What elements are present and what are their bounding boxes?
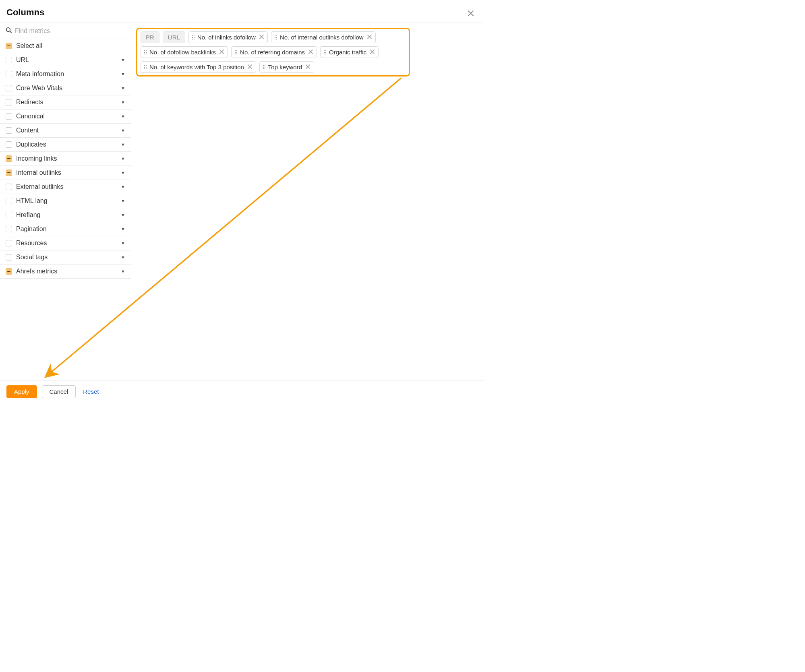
metric-label: Canonical	[16, 113, 117, 120]
chevron-down-icon[interactable]: ▼	[121, 72, 125, 77]
checkbox-unchecked-icon[interactable]	[6, 226, 12, 232]
columns-modal: Columns Select allURL▼Meta information▼C…	[0, 0, 483, 403]
drag-handle-icon[interactable]	[324, 50, 326, 54]
remove-chip-icon[interactable]	[369, 50, 375, 55]
chevron-down-icon[interactable]: ▼	[121, 227, 125, 232]
checkbox-unchecked-icon[interactable]	[6, 127, 12, 134]
metric-row[interactable]: Content▼	[0, 124, 131, 138]
metric-row[interactable]: Incoming links▼	[0, 152, 131, 166]
column-chip[interactable]: No. of dofollow backlinks	[141, 46, 228, 58]
metric-label: Social tags	[16, 254, 117, 261]
remove-chip-icon[interactable]	[305, 64, 310, 70]
chevron-down-icon[interactable]: ▼	[121, 114, 125, 119]
apply-button[interactable]: Apply	[6, 385, 37, 399]
metric-row[interactable]: Redirects▼	[0, 95, 131, 110]
remove-chip-icon[interactable]	[259, 35, 264, 40]
metric-row[interactable]: Pagination▼	[0, 222, 131, 236]
modal-title: Columns	[6, 7, 476, 18]
metric-row[interactable]: External outlinks▼	[0, 180, 131, 194]
search-input[interactable]	[15, 27, 125, 35]
chevron-down-icon[interactable]: ▼	[121, 241, 125, 246]
chevron-down-icon[interactable]: ▼	[121, 255, 125, 260]
drag-handle-icon[interactable]	[144, 65, 147, 69]
metric-label: Content	[16, 127, 117, 134]
checkbox-unchecked-icon[interactable]	[6, 113, 12, 120]
checkbox-partial-icon[interactable]	[6, 155, 12, 162]
chevron-down-icon[interactable]: ▼	[121, 58, 125, 62]
metric-label: Internal outlinks	[16, 169, 117, 176]
metric-row[interactable]: HTML lang▼	[0, 194, 131, 208]
column-chip[interactable]: No. of keywords with Top 3 position	[141, 61, 256, 73]
drag-handle-icon[interactable]	[263, 65, 265, 69]
metric-row[interactable]: Internal outlinks▼	[0, 166, 131, 180]
metric-row[interactable]: URL▼	[0, 53, 131, 67]
metric-row[interactable]: Resources▼	[0, 236, 131, 250]
chevron-down-icon[interactable]: ▼	[121, 269, 125, 274]
metric-row[interactable]: Hreflang▼	[0, 208, 131, 222]
close-icon[interactable]	[468, 10, 474, 18]
column-chip[interactable]: No. of internal outlinks dofollow	[271, 31, 376, 43]
metrics-sidebar: Select allURL▼Meta information▼Core Web …	[0, 23, 131, 379]
cancel-button[interactable]: Cancel	[42, 385, 76, 399]
metric-label: Core Web Vitals	[16, 85, 117, 92]
checkbox-partial-icon[interactable]	[6, 268, 12, 275]
chevron-down-icon[interactable]: ▼	[121, 184, 125, 189]
drag-handle-icon[interactable]	[192, 35, 195, 39]
metric-row[interactable]: Canonical▼	[0, 110, 131, 124]
checkbox-unchecked-icon[interactable]	[6, 254, 12, 261]
checkbox-unchecked-icon[interactable]	[6, 198, 12, 204]
metric-row[interactable]: Social tags▼	[0, 250, 131, 265]
column-chip[interactable]: Organic traffic	[320, 46, 379, 58]
metric-label: Select all	[16, 42, 125, 50]
metric-label: Redirects	[16, 99, 117, 106]
remove-chip-icon[interactable]	[219, 50, 224, 55]
modal-body: Select allURL▼Meta information▼Core Web …	[0, 23, 483, 379]
metric-list: Select allURL▼Meta information▼Core Web …	[0, 39, 131, 279]
chevron-down-icon[interactable]: ▼	[121, 100, 125, 105]
selected-columns-box: PRURLNo. of inlinks dofollowNo. of inter…	[136, 28, 410, 77]
drag-handle-icon[interactable]	[275, 35, 277, 39]
chevron-down-icon[interactable]: ▼	[121, 142, 125, 147]
drag-handle-icon[interactable]	[235, 50, 237, 54]
modal-header: Columns	[0, 0, 483, 23]
chip-label: PR	[146, 34, 154, 41]
checkbox-unchecked-icon[interactable]	[6, 99, 12, 105]
column-chip[interactable]: No. of referring domains	[231, 46, 317, 58]
metric-label: Hreflang	[16, 211, 117, 219]
metric-label: Incoming links	[16, 155, 117, 162]
chevron-down-icon[interactable]: ▼	[121, 156, 125, 161]
checkbox-unchecked-icon[interactable]	[6, 212, 12, 218]
remove-chip-icon[interactable]	[308, 50, 313, 55]
checkbox-unchecked-icon[interactable]	[6, 141, 12, 148]
metric-row[interactable]: Duplicates▼	[0, 138, 131, 152]
checkbox-unchecked-icon[interactable]	[6, 184, 12, 190]
chip-label: No. of dofollow backlinks	[149, 49, 216, 56]
locked-column-chip: PR	[141, 31, 159, 43]
checkbox-unchecked-icon[interactable]	[6, 240, 12, 246]
chevron-down-icon[interactable]: ▼	[121, 128, 125, 133]
chip-label: No. of inlinks dofollow	[197, 34, 256, 41]
reset-link[interactable]: Reset	[83, 388, 99, 395]
remove-chip-icon[interactable]	[247, 64, 252, 70]
remove-chip-icon[interactable]	[366, 35, 372, 40]
checkbox-unchecked-icon[interactable]	[6, 71, 12, 77]
metric-row[interactable]: Core Web Vitals▼	[0, 81, 131, 95]
column-chip[interactable]: No. of inlinks dofollow	[188, 31, 268, 43]
chevron-down-icon[interactable]: ▼	[121, 213, 125, 217]
metric-row[interactable]: Ahrefs metrics▼	[0, 265, 131, 279]
metric-row[interactable]: Select all	[0, 39, 131, 53]
modal-footer: Apply Cancel Reset	[0, 380, 483, 403]
column-chip[interactable]: Top keyword	[259, 61, 314, 73]
checkbox-unchecked-icon[interactable]	[6, 57, 12, 63]
metric-row[interactable]: Meta information▼	[0, 67, 131, 81]
chevron-down-icon[interactable]: ▼	[121, 170, 125, 175]
checkbox-partial-icon[interactable]	[6, 170, 12, 176]
checkbox-partial-icon[interactable]	[6, 43, 12, 49]
chevron-down-icon[interactable]: ▼	[121, 198, 125, 203]
checkbox-unchecked-icon[interactable]	[6, 85, 12, 91]
metric-label: Duplicates	[16, 141, 117, 148]
chevron-down-icon[interactable]: ▼	[121, 86, 125, 91]
drag-handle-icon[interactable]	[144, 50, 147, 54]
svg-line-1	[10, 31, 11, 33]
metric-label: Resources	[16, 240, 117, 247]
